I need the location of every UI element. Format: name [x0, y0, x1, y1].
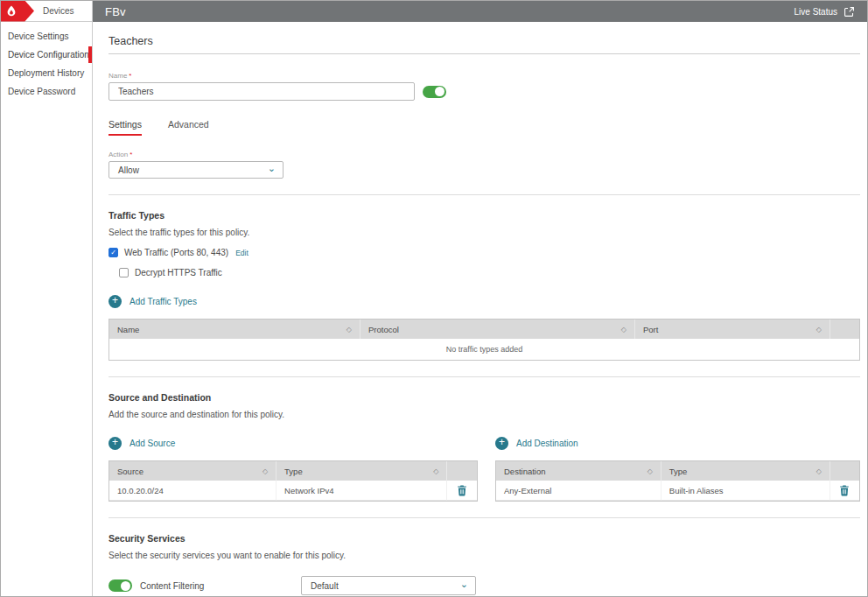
- sort-icon: ◇: [816, 326, 822, 334]
- sort-icon: ◇: [621, 326, 626, 334]
- action-select[interactable]: Allow ⌄: [108, 161, 284, 179]
- topbar: FBv Live Status: [93, 1, 867, 22]
- app-window: Devices Device Settings Device Configura…: [0, 0, 868, 597]
- column-header-actions: [830, 320, 859, 339]
- security-services-heading: Security Services: [108, 533, 860, 544]
- web-traffic-label: Web Traffic (Ports 80, 443): [124, 248, 228, 257]
- name-field-label: Name*: [108, 72, 860, 80]
- column-label: Type: [284, 467, 303, 476]
- sidebar-item-device-configuration[interactable]: Device Configuration: [1, 46, 92, 64]
- column-label: Name: [117, 325, 139, 334]
- source-destination-section: Source and Destination Add the source an…: [108, 392, 860, 502]
- plus-icon: +: [108, 437, 122, 450]
- sidebar-item-deployment-history[interactable]: Deployment History: [1, 64, 92, 82]
- column-header-type[interactable]: Type ◇: [662, 461, 830, 481]
- flame-icon: [6, 5, 17, 17]
- add-traffic-types-label: Add Traffic Types: [130, 297, 197, 306]
- section-divider: [108, 194, 860, 195]
- source-destination-description: Add the source and destination for this …: [108, 410, 860, 419]
- column-label: Destination: [504, 467, 546, 476]
- security-services-description: Select the security services you want to…: [108, 551, 860, 560]
- content-filtering-select[interactable]: Default ⌄: [301, 576, 476, 595]
- source-value-cell: 10.0.20.0/24: [109, 481, 276, 501]
- web-traffic-checkbox[interactable]: ✓: [108, 248, 118, 257]
- policy-editor: Teachers Name* Settings Advanced: [93, 22, 867, 596]
- add-source-button[interactable]: + Add Source: [108, 437, 478, 450]
- main-area: FBv Live Status Teachers Name*: [93, 1, 867, 596]
- source-column: + Add Source Source ◇ Type: [108, 419, 478, 502]
- source-table: Source ◇ Type ◇ 10.0.20.0/24: [108, 460, 478, 502]
- add-destination-label: Add Destination: [516, 439, 578, 448]
- device-title: FBv: [105, 5, 126, 18]
- sidebar-nav: Device Settings Device Configuration Dep…: [1, 22, 92, 101]
- delete-destination-button[interactable]: [839, 485, 850, 496]
- content-filtering-toggle[interactable]: [108, 579, 132, 592]
- policy-name-input[interactable]: [108, 82, 415, 101]
- toggle-knob: [435, 87, 444, 96]
- chevron-down-icon: ⌄: [268, 165, 276, 171]
- add-destination-button[interactable]: + Add Destination: [495, 437, 860, 450]
- column-header-actions: [447, 461, 477, 481]
- delete-source-button[interactable]: [457, 485, 467, 496]
- column-header-actions: [830, 461, 859, 481]
- destination-table: Destination ◇ Type ◇ Any-Externa: [495, 460, 860, 502]
- sidebar-header: Devices: [1, 1, 92, 22]
- content-filtering-label: Content Filtering: [140, 581, 204, 591]
- web-traffic-edit-link[interactable]: Edit: [235, 249, 248, 257]
- decrypt-https-checkbox[interactable]: ✓: [119, 268, 129, 277]
- check-icon: ✓: [110, 249, 116, 256]
- traffic-types-description: Select the traffic types for this policy…: [108, 228, 860, 237]
- plus-icon: +: [495, 437, 508, 450]
- sort-icon: ◇: [816, 467, 822, 475]
- column-header-source[interactable]: Source ◇: [109, 461, 276, 481]
- brand-arrow-badge: [1, 1, 34, 22]
- source-destination-heading: Source and Destination: [108, 392, 860, 403]
- tab-settings[interactable]: Settings: [108, 119, 142, 136]
- action-select-value: Allow: [118, 165, 139, 175]
- plus-icon: +: [108, 295, 122, 308]
- destination-column: + Add Destination Destination ◇ Type: [495, 419, 860, 502]
- external-link-icon: [844, 6, 855, 18]
- sidebar-item-device-password[interactable]: Device Password: [1, 82, 92, 101]
- sort-icon: ◇: [433, 467, 438, 475]
- live-status-label: Live Status: [794, 7, 837, 17]
- policy-enabled-toggle[interactable]: [423, 86, 446, 98]
- destination-value-cell: Any-External: [496, 481, 662, 501]
- column-header-name[interactable]: Name ◇: [109, 320, 360, 339]
- action-field-block: Action* Allow ⌄: [108, 151, 860, 179]
- toggle-knob: [121, 581, 130, 591]
- destination-type-cell: Built-in Aliases: [662, 481, 830, 501]
- decrypt-https-row: ✓ Decrypt HTTPS Traffic: [119, 268, 860, 277]
- sort-icon: ◇: [262, 467, 268, 475]
- tab-advanced[interactable]: Advanced: [168, 119, 209, 136]
- sidebar: Devices Device Settings Device Configura…: [1, 1, 93, 596]
- column-header-protocol[interactable]: Protocol ◇: [360, 320, 635, 339]
- traffic-types-table: Name ◇ Protocol ◇ Port ◇ No tra: [108, 319, 860, 361]
- section-divider: [108, 376, 860, 377]
- column-header-type[interactable]: Type ◇: [276, 461, 447, 481]
- column-label: Source: [117, 467, 144, 476]
- content-filtering-select-value: Default: [311, 581, 339, 591]
- column-label: Type: [669, 467, 688, 476]
- column-header-destination[interactable]: Destination ◇: [496, 461, 662, 481]
- column-label: Protocol: [368, 325, 399, 334]
- name-field-block: Name*: [108, 72, 860, 101]
- live-status-link[interactable]: Live Status: [794, 6, 855, 18]
- section-divider: [108, 517, 860, 518]
- sidebar-item-device-settings[interactable]: Device Settings: [1, 27, 92, 46]
- name-label-text: Name: [108, 72, 127, 80]
- content-filtering-row: Content Filtering Default ⌄: [108, 576, 860, 595]
- trash-icon: [457, 485, 467, 496]
- add-traffic-types-button[interactable]: + Add Traffic Types: [108, 295, 860, 308]
- trash-icon: [839, 485, 850, 496]
- web-traffic-row: ✓ Web Traffic (Ports 80, 443) Edit: [108, 248, 860, 257]
- source-table-row: 10.0.20.0/24 Network IPv4: [109, 481, 477, 501]
- traffic-table-header: Name ◇ Protocol ◇ Port ◇: [109, 320, 859, 339]
- traffic-table-empty-message: No traffic types added: [109, 339, 859, 360]
- page-title: Teachers: [108, 35, 860, 47]
- column-header-port[interactable]: Port ◇: [635, 320, 830, 339]
- sidebar-title[interactable]: Devices: [43, 6, 74, 16]
- security-services-section: Security Services Select the security se…: [108, 533, 860, 596]
- sort-icon: ◇: [346, 326, 352, 334]
- action-field-label: Action*: [108, 151, 860, 158]
